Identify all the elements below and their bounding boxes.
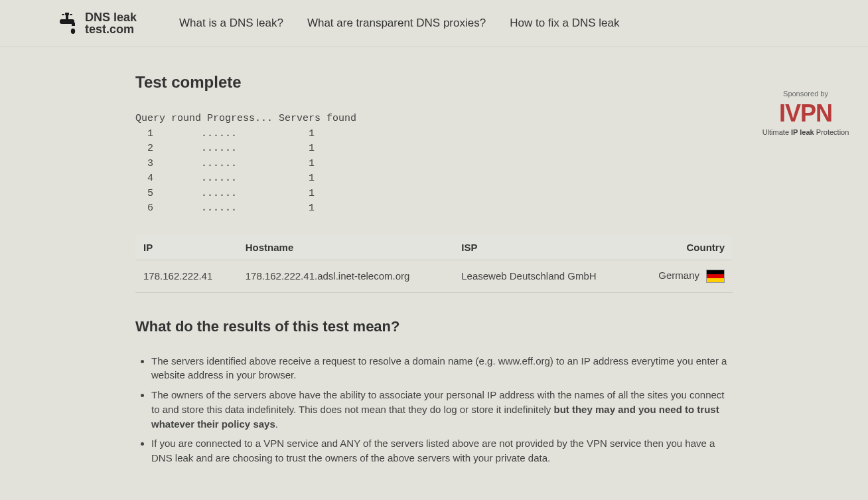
explain-title: What do the results of this test mean? xyxy=(135,318,733,335)
sponsor-tag-pre: Ultimate xyxy=(762,128,791,136)
col-country: Country xyxy=(634,235,733,260)
list-item: The servers identified above receive a r… xyxy=(151,354,733,383)
main-nav: What is a DNS leak?What are transparent … xyxy=(179,17,619,30)
sponsor-tagline: Ultimate IP leak Protection xyxy=(753,128,859,136)
svg-rect-0 xyxy=(65,13,69,15)
results-table: IP Hostname ISP Country 178.162.222.4117… xyxy=(135,235,733,293)
svg-point-6 xyxy=(71,29,75,34)
nav-link-0[interactable]: What is a DNS leak? xyxy=(179,17,283,30)
cell-isp: Leaseweb Deutschland GmbH xyxy=(453,260,634,292)
top-nav: DNS leak test.com What is a DNS leak?Wha… xyxy=(0,0,868,46)
bullet-pre: The servers identified above receive a r… xyxy=(151,355,727,381)
logo[interactable]: DNS leak test.com xyxy=(56,11,137,35)
list-item: The owners of the servers above have the… xyxy=(151,388,733,431)
page-title: Test complete xyxy=(135,73,733,92)
col-ip: IP xyxy=(135,235,238,260)
col-isp: ISP xyxy=(453,235,634,260)
sponsor-tag-post: Protection xyxy=(814,128,849,136)
nav-link-1[interactable]: What are transparent DNS proxies? xyxy=(307,17,486,30)
results-header-row: IP Hostname ISP Country xyxy=(135,235,733,260)
nav-link-2[interactable]: How to fix a DNS leak xyxy=(510,17,619,30)
logo-text: DNS leak test.com xyxy=(85,11,137,35)
flag-icon xyxy=(706,270,725,283)
logo-line-2: test.com xyxy=(85,23,137,35)
table-row: 178.162.222.41178.162.222.41.adsl.inet-t… xyxy=(135,260,733,292)
country-name: Germany xyxy=(658,270,699,281)
cell-hostname: 178.162.222.41.adsl.inet-telecom.org xyxy=(238,260,454,292)
query-progress-block: Query round Progress... Servers found 1 … xyxy=(135,112,733,216)
list-item: If you are connected to a VPN service an… xyxy=(151,436,733,465)
explain-list: The servers identified above receive a r… xyxy=(135,354,733,465)
sponsor-logo: IVPN xyxy=(753,102,859,125)
logo-line-1: DNS leak xyxy=(85,11,137,23)
faucet-icon xyxy=(56,11,80,35)
bullet-pre: If you are connected to a VPN service an… xyxy=(151,438,715,463)
sponsor-label: Sponsored by xyxy=(753,90,859,98)
svg-rect-2 xyxy=(70,14,72,15)
sponsor-tag-bold: IP leak xyxy=(791,128,814,136)
cell-country: Germany xyxy=(634,260,733,292)
sponsor-box[interactable]: Sponsored by IVPN Ultimate IP leak Prote… xyxy=(753,90,859,136)
col-hostname: Hostname xyxy=(238,235,454,260)
svg-rect-1 xyxy=(62,14,64,15)
bullet-post: . xyxy=(275,418,278,430)
svg-rect-3 xyxy=(66,15,68,19)
svg-rect-5 xyxy=(72,23,75,26)
cell-ip: 178.162.222.41 xyxy=(135,260,238,292)
